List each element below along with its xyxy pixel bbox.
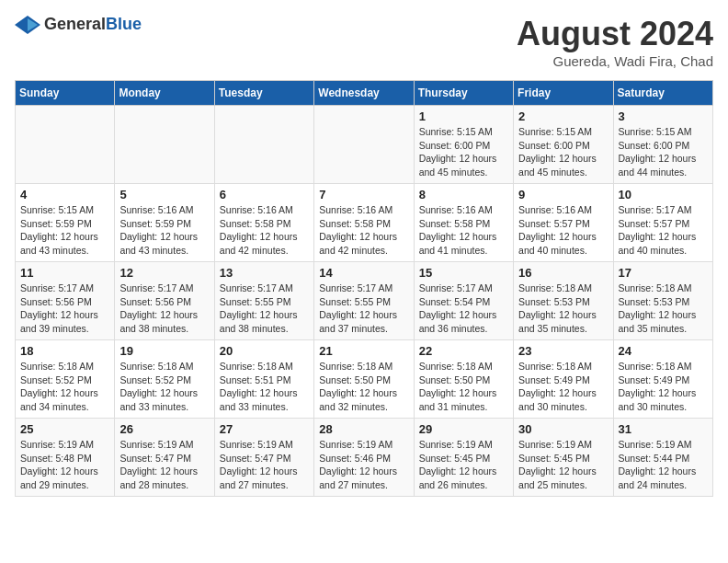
day-number: 29 <box>419 422 508 436</box>
day-info: Sunrise: 5:19 AM Sunset: 5:45 PM Dayligh… <box>419 438 508 492</box>
day-info: Sunrise: 5:19 AM Sunset: 5:44 PM Dayligh… <box>619 438 708 492</box>
day-info: Sunrise: 5:19 AM Sunset: 5:47 PM Dayligh… <box>220 438 309 492</box>
title-block: August 2024 Guereda, Wadi Fira, Chad <box>517 15 713 69</box>
day-info: Sunrise: 5:17 AM Sunset: 5:56 PM Dayligh… <box>119 282 209 336</box>
table-row: 11Sunrise: 5:17 AM Sunset: 5:56 PM Dayli… <box>16 262 115 340</box>
table-row <box>214 106 313 184</box>
day-info: Sunrise: 5:16 AM Sunset: 5:58 PM Dayligh… <box>220 203 309 258</box>
table-row: 5Sunrise: 5:16 AM Sunset: 5:59 PM Daylig… <box>115 184 214 262</box>
table-row: 27Sunrise: 5:19 AM Sunset: 5:47 PM Dayli… <box>214 419 313 497</box>
day-number: 8 <box>419 188 508 201</box>
day-number: 7 <box>319 188 408 201</box>
col-thursday: Thursday <box>414 81 513 106</box>
calendar-subtitle: Guereda, Wadi Fira, Chad <box>517 53 713 69</box>
table-row: 24Sunrise: 5:18 AM Sunset: 5:49 PM Dayli… <box>613 340 712 419</box>
col-saturday: Saturday <box>613 81 712 106</box>
day-number: 1 <box>419 109 508 123</box>
day-number: 21 <box>319 344 408 358</box>
table-row: 26Sunrise: 5:19 AM Sunset: 5:47 PM Dayli… <box>115 419 214 497</box>
logo-general: General <box>44 15 106 33</box>
logo-blue: Blue <box>106 15 142 33</box>
table-row: 12Sunrise: 5:17 AM Sunset: 5:56 PM Dayli… <box>115 262 214 340</box>
logo: GeneralBlue <box>15 15 142 34</box>
day-number: 25 <box>20 422 109 436</box>
table-row <box>115 106 214 184</box>
day-number: 9 <box>518 188 608 201</box>
table-row: 20Sunrise: 5:18 AM Sunset: 5:51 PM Dayli… <box>214 340 313 419</box>
day-info: Sunrise: 5:18 AM Sunset: 5:49 PM Dayligh… <box>518 360 608 414</box>
day-info: Sunrise: 5:17 AM Sunset: 5:55 PM Dayligh… <box>220 282 309 336</box>
day-number: 2 <box>518 109 608 123</box>
table-row: 21Sunrise: 5:18 AM Sunset: 5:50 PM Dayli… <box>314 340 414 419</box>
day-number: 10 <box>619 188 708 201</box>
day-info: Sunrise: 5:18 AM Sunset: 5:50 PM Dayligh… <box>319 360 408 414</box>
col-tuesday: Tuesday <box>214 81 313 106</box>
table-row: 16Sunrise: 5:18 AM Sunset: 5:53 PM Dayli… <box>514 262 613 340</box>
table-row: 22Sunrise: 5:18 AM Sunset: 5:50 PM Dayli… <box>414 340 513 419</box>
table-row: 28Sunrise: 5:19 AM Sunset: 5:46 PM Dayli… <box>314 419 414 497</box>
day-info: Sunrise: 5:16 AM Sunset: 5:58 PM Dayligh… <box>319 203 408 258</box>
day-info: Sunrise: 5:19 AM Sunset: 5:46 PM Dayligh… <box>319 438 408 492</box>
day-info: Sunrise: 5:15 AM Sunset: 6:00 PM Dayligh… <box>619 125 708 179</box>
table-row <box>314 106 414 184</box>
day-number: 23 <box>518 344 608 358</box>
table-row: 25Sunrise: 5:19 AM Sunset: 5:48 PM Dayli… <box>16 419 115 497</box>
table-row: 18Sunrise: 5:18 AM Sunset: 5:52 PM Dayli… <box>16 340 115 419</box>
day-info: Sunrise: 5:18 AM Sunset: 5:49 PM Dayligh… <box>619 360 708 414</box>
table-row: 15Sunrise: 5:17 AM Sunset: 5:54 PM Dayli… <box>414 262 513 340</box>
col-monday: Monday <box>115 81 214 106</box>
day-number: 12 <box>119 266 209 280</box>
table-row <box>16 106 115 184</box>
day-number: 14 <box>319 266 408 280</box>
col-friday: Friday <box>514 81 613 106</box>
logo-icon <box>15 16 40 34</box>
day-info: Sunrise: 5:18 AM Sunset: 5:53 PM Dayligh… <box>619 282 708 336</box>
day-number: 30 <box>518 422 608 436</box>
day-info: Sunrise: 5:19 AM Sunset: 5:48 PM Dayligh… <box>20 438 109 492</box>
day-info: Sunrise: 5:18 AM Sunset: 5:52 PM Dayligh… <box>119 360 209 414</box>
col-wednesday: Wednesday <box>314 81 414 106</box>
day-number: 17 <box>619 266 708 280</box>
table-row: 31Sunrise: 5:19 AM Sunset: 5:44 PM Dayli… <box>613 419 712 497</box>
table-row: 13Sunrise: 5:17 AM Sunset: 5:55 PM Dayli… <box>214 262 313 340</box>
day-number: 24 <box>619 344 708 358</box>
day-number: 6 <box>220 188 309 201</box>
calendar-header: Sunday Monday Tuesday Wednesday Thursday… <box>16 81 713 106</box>
day-info: Sunrise: 5:18 AM Sunset: 5:52 PM Dayligh… <box>20 360 109 414</box>
table-row: 19Sunrise: 5:18 AM Sunset: 5:52 PM Dayli… <box>115 340 214 419</box>
day-info: Sunrise: 5:17 AM Sunset: 5:56 PM Dayligh… <box>20 282 109 336</box>
day-info: Sunrise: 5:19 AM Sunset: 5:47 PM Dayligh… <box>119 438 209 492</box>
day-number: 11 <box>20 266 109 280</box>
day-number: 15 <box>419 266 508 280</box>
day-info: Sunrise: 5:16 AM Sunset: 5:57 PM Dayligh… <box>518 203 608 258</box>
day-info: Sunrise: 5:15 AM Sunset: 6:00 PM Dayligh… <box>419 125 508 179</box>
table-row: 7Sunrise: 5:16 AM Sunset: 5:58 PM Daylig… <box>314 184 414 262</box>
calendar-title: August 2024 <box>517 15 713 53</box>
table-row: 1Sunrise: 5:15 AM Sunset: 6:00 PM Daylig… <box>414 106 513 184</box>
table-row: 4Sunrise: 5:15 AM Sunset: 5:59 PM Daylig… <box>16 184 115 262</box>
table-row: 3Sunrise: 5:15 AM Sunset: 6:00 PM Daylig… <box>613 106 712 184</box>
day-number: 22 <box>419 344 508 358</box>
table-row: 30Sunrise: 5:19 AM Sunset: 5:45 PM Dayli… <box>514 419 613 497</box>
day-number: 20 <box>220 344 309 358</box>
calendar-body: 1Sunrise: 5:15 AM Sunset: 6:00 PM Daylig… <box>16 106 713 497</box>
day-number: 19 <box>119 344 209 358</box>
day-number: 13 <box>220 266 309 280</box>
day-number: 26 <box>119 422 209 436</box>
day-number: 5 <box>119 188 209 201</box>
day-info: Sunrise: 5:19 AM Sunset: 5:45 PM Dayligh… <box>518 438 608 492</box>
day-number: 31 <box>619 422 708 436</box>
table-row: 14Sunrise: 5:17 AM Sunset: 5:55 PM Dayli… <box>314 262 414 340</box>
day-number: 27 <box>220 422 309 436</box>
col-sunday: Sunday <box>16 81 115 106</box>
day-info: Sunrise: 5:18 AM Sunset: 5:50 PM Dayligh… <box>419 360 508 414</box>
table-row: 29Sunrise: 5:19 AM Sunset: 5:45 PM Dayli… <box>414 419 513 497</box>
table-row: 23Sunrise: 5:18 AM Sunset: 5:49 PM Dayli… <box>514 340 613 419</box>
day-info: Sunrise: 5:18 AM Sunset: 5:51 PM Dayligh… <box>220 360 309 414</box>
day-number: 3 <box>619 109 708 123</box>
table-row: 17Sunrise: 5:18 AM Sunset: 5:53 PM Dayli… <box>613 262 712 340</box>
table-row: 8Sunrise: 5:16 AM Sunset: 5:58 PM Daylig… <box>414 184 513 262</box>
day-info: Sunrise: 5:15 AM Sunset: 6:00 PM Dayligh… <box>518 125 608 179</box>
day-number: 16 <box>518 266 608 280</box>
day-info: Sunrise: 5:15 AM Sunset: 5:59 PM Dayligh… <box>20 203 109 258</box>
